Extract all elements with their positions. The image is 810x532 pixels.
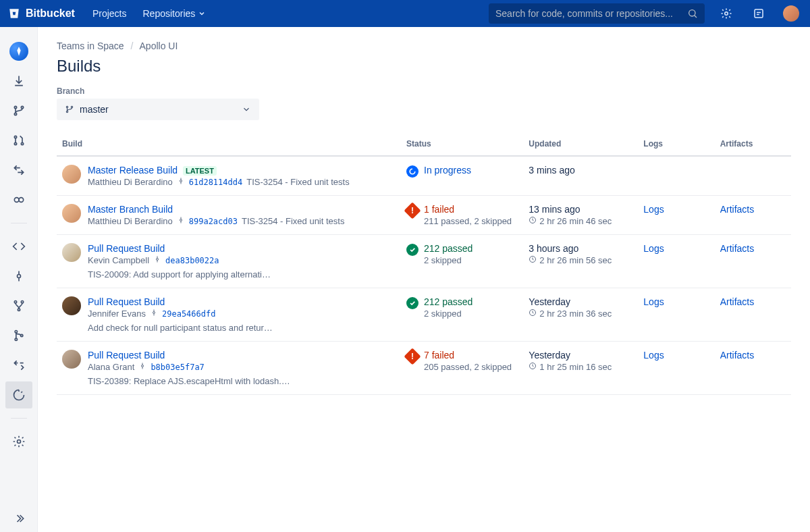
sidebar-project[interactable] (5, 38, 32, 65)
avatar (62, 350, 81, 369)
commit-icon (150, 309, 158, 319)
artifacts-link[interactable]: Artifacts (720, 296, 755, 307)
build-title[interactable]: Master Branch Build (88, 204, 173, 215)
avatar (62, 204, 81, 223)
breadcrumb: Teams in Space / Apollo UI (57, 41, 791, 51)
page-title: Builds (57, 57, 791, 76)
svg-point-11 (17, 275, 20, 278)
svg-point-7 (14, 142, 16, 144)
artifacts-link[interactable]: Artifacts (720, 350, 755, 361)
sidebar-prs2[interactable] (5, 322, 32, 349)
duration: 2 hr 23 min 36 sec (529, 309, 632, 319)
svg-point-10 (19, 198, 24, 203)
pull-request-icon (12, 134, 26, 147)
author: Matthieu Di Berardino (88, 216, 173, 226)
code-icon (12, 240, 26, 253)
sidebar-pipelines[interactable] (5, 186, 32, 213)
svg-point-23 (180, 219, 182, 221)
table-row: Pull Request Build Kevin Campbell dea83b… (57, 235, 791, 288)
avatar (62, 296, 81, 315)
duration: 2 hr 26 min 46 sec (529, 216, 632, 226)
search-icon (687, 8, 698, 19)
breadcrumb-repo[interactable]: Apollo UI (140, 41, 178, 51)
brand[interactable]: Bitbucket (8, 7, 75, 20)
clock-icon (529, 216, 537, 226)
svg-point-25 (157, 259, 159, 261)
col-status: Status (401, 134, 523, 156)
search-input[interactable] (495, 8, 682, 19)
duration: 1 hr 25 min 16 sec (529, 362, 632, 372)
author: Kevin Campbell (88, 255, 149, 265)
svg-point-8 (21, 142, 23, 144)
sidebar-commits[interactable] (5, 263, 32, 290)
branch-label: Branch (57, 86, 791, 96)
branch-icon (65, 105, 74, 114)
sidebar-clone[interactable] (5, 68, 32, 95)
duration: 2 hr 26 min 56 sec (529, 255, 632, 265)
brand-text: Bitbucket (26, 7, 75, 20)
commit-message: TIS-3254 - Fixed unit tests (246, 177, 349, 187)
commit-icon (153, 255, 161, 265)
status-primary: In progress (424, 165, 471, 176)
inprogress-icon (406, 165, 418, 178)
svg-point-0 (689, 10, 695, 16)
build-title[interactable]: Pull Request Build (88, 296, 165, 307)
divider (11, 223, 27, 223)
help-button[interactable] (748, 3, 770, 24)
svg-point-16 (15, 338, 17, 340)
clock-icon (529, 255, 537, 265)
status-secondary: 2 skipped (424, 309, 473, 319)
gear-icon (12, 435, 26, 448)
breadcrumb-project[interactable]: Teams in Space (57, 41, 124, 51)
logs-link[interactable]: Logs (643, 350, 664, 361)
commit-hash[interactable]: 29ea5466dfd (162, 309, 215, 319)
nav-repositories[interactable]: Repositories (136, 4, 213, 23)
breadcrumb-separator: / (131, 41, 134, 51)
bitbucket-logo-icon (8, 7, 20, 20)
settings-button[interactable] (716, 3, 737, 24)
sidebar-branches2[interactable] (5, 292, 32, 319)
topnav-links: Projects Repositories (86, 4, 213, 23)
svg-point-1 (725, 12, 728, 16)
profile-button[interactable] (780, 3, 802, 24)
svg-point-29 (142, 365, 144, 367)
failed-icon (404, 348, 421, 365)
commit-hash[interactable]: 61d28114dd4 (189, 178, 242, 187)
logs-link[interactable]: Logs (643, 243, 664, 254)
commit-hash[interactable]: 899a2acd03 (189, 217, 238, 226)
sidebar-builds[interactable] (5, 381, 32, 408)
sidebar (0, 27, 38, 532)
status-secondary: 205 passed, 2 skipped (424, 362, 512, 372)
global-search[interactable] (489, 3, 705, 24)
build-title[interactable]: Master Release Build (88, 165, 178, 176)
logs-link[interactable]: Logs (643, 296, 664, 307)
sidebar-settings[interactable] (5, 428, 32, 455)
sidebar-pullrequests[interactable] (5, 127, 32, 154)
commit-icon (177, 216, 185, 226)
svg-point-4 (21, 106, 23, 108)
nav-projects[interactable]: Projects (86, 4, 134, 23)
avatar (783, 5, 799, 22)
svg-point-19 (66, 106, 68, 107)
commit-hash[interactable]: b8b03e5f7a7 (151, 363, 204, 372)
sidebar-source[interactable] (5, 233, 32, 260)
artifacts-link[interactable]: Artifacts (720, 243, 755, 254)
build-title[interactable]: Pull Request Build (88, 350, 165, 361)
build-title[interactable]: Pull Request Build (88, 243, 165, 254)
artifacts-link[interactable]: Artifacts (720, 204, 755, 215)
svg-point-21 (66, 111, 68, 112)
nav-repositories-label: Repositories (142, 8, 195, 19)
sidebar-expand[interactable] (5, 505, 32, 532)
sidebar-forks[interactable] (5, 352, 32, 379)
link-icon (12, 193, 26, 207)
sidebar-compare[interactable] (5, 157, 32, 184)
branch-selector[interactable]: master (57, 99, 259, 120)
commit-hash[interactable]: dea83b0022a (165, 256, 219, 265)
status-secondary: 211 passed, 2 skipped (424, 216, 512, 226)
avatar (62, 243, 81, 262)
sidebar-branches[interactable] (5, 97, 32, 124)
logs-link[interactable]: Logs (643, 204, 664, 215)
commit-message: TIS-3254 - Fixed unit tests (242, 216, 344, 226)
status-primary: 212 passed (424, 296, 473, 307)
author: Jennifer Evans (88, 309, 146, 319)
